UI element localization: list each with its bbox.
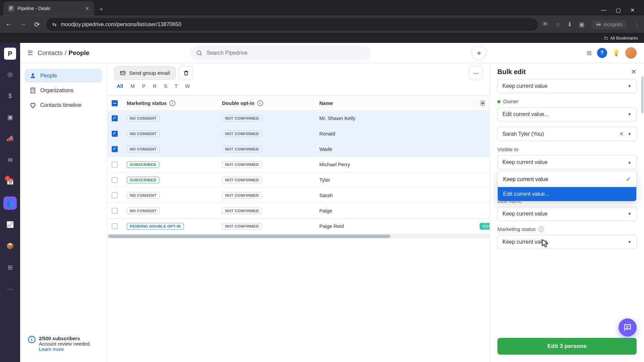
filter-w[interactable]: W	[185, 83, 190, 89]
rail-projects-icon[interactable]: ▣	[3, 111, 17, 124]
chat-fab[interactable]	[619, 318, 637, 337]
checkbox[interactable]	[112, 162, 118, 168]
rail-products-icon[interactable]: 📦	[3, 239, 17, 253]
col-marketing-status[interactable]: Marketing statusi	[122, 100, 217, 106]
learn-more-link[interactable]: Learn more	[39, 347, 64, 352]
rail-more-icon[interactable]: ⋯	[3, 282, 17, 296]
col-name[interactable]: Name	[315, 100, 475, 106]
rail-campaigns-icon[interactable]: 📣	[3, 132, 17, 145]
checkbox[interactable]	[112, 223, 118, 229]
owner-value-select[interactable]: Sarah Tyler (You) ✕▼	[497, 127, 637, 141]
checkbox[interactable]	[112, 208, 118, 214]
close-tab-icon[interactable]: ✕	[85, 5, 89, 12]
clear-icon[interactable]: ✕	[619, 131, 624, 137]
all-bookmarks-link[interactable]: All Bookmarks	[610, 36, 638, 41]
menu-icon[interactable]: ⋮	[634, 21, 640, 28]
last-name-select[interactable]: Keep current value▼	[497, 207, 637, 221]
send-group-email-button[interactable]: Send group email	[114, 66, 176, 80]
bookmark-star-icon[interactable]: ☆	[555, 21, 560, 28]
checkbox[interactable]	[112, 146, 118, 152]
table-row[interactable]: NO CONSENTNOT CONFIRMEDPaige	[107, 203, 490, 219]
info-icon[interactable]: i	[169, 100, 175, 106]
filter-t[interactable]: T	[175, 83, 178, 89]
dropdown-option-keep[interactable]: Keep current value✓	[498, 172, 636, 187]
row-checkbox-cell[interactable]	[107, 162, 122, 168]
rail-deals-icon[interactable]: $	[3, 89, 17, 103]
table-row[interactable]: NO CONSENTNOT CONFIRMEDRonald	[107, 126, 490, 141]
hamburger-icon[interactable]: ☰	[28, 49, 33, 57]
info-icon[interactable]: i	[538, 227, 544, 232]
col-double-optin[interactable]: Double opt-ini	[217, 100, 315, 106]
filter-p[interactable]: P	[142, 83, 146, 89]
row-checkbox-cell[interactable]	[107, 223, 122, 229]
close-panel-button[interactable]: ✕	[631, 68, 637, 76]
rail-marketplace-icon[interactable]: ⊞	[3, 261, 17, 274]
new-tab-button[interactable]: ＋	[98, 4, 105, 15]
delete-button[interactable]	[179, 66, 193, 80]
site-info-icon[interactable]: ⇆	[52, 21, 57, 27]
sidebar-item-people[interactable]: People	[25, 69, 102, 82]
row-checkbox-cell[interactable]	[107, 192, 122, 198]
marketing-status-select[interactable]: Keep current value▼	[497, 235, 637, 249]
close-window-icon[interactable]: ✕	[630, 7, 635, 13]
search-input[interactable]: Search Pipedrive	[190, 46, 371, 60]
rail-focus-icon[interactable]: ◎	[3, 68, 17, 81]
rail-insights-icon[interactable]: 📈	[3, 218, 17, 231]
back-button[interactable]: ←	[4, 20, 13, 28]
row-checkbox-cell[interactable]	[107, 208, 122, 214]
select-all-cell[interactable]	[107, 100, 122, 106]
checkbox[interactable]	[112, 192, 118, 198]
download-icon[interactable]: ⬇	[567, 21, 572, 28]
row-checkbox-cell[interactable]	[107, 115, 122, 121]
owner-mode-select[interactable]: Edit current value...▼	[497, 107, 637, 121]
table-row[interactable]: SUBSCRIBEDNOT CONFIRMEDTyler	[107, 172, 490, 188]
incognito-badge[interactable]: 🕶 Incognito	[591, 20, 627, 29]
filter-s[interactable]: S	[164, 83, 167, 89]
checkbox-indeterminate[interactable]	[112, 100, 118, 106]
horizontal-scrollbar[interactable]	[107, 234, 490, 239]
submit-button[interactable]: Edit 3 persons	[497, 338, 637, 355]
checkbox[interactable]	[112, 177, 118, 183]
row-checkbox-cell[interactable]	[107, 146, 122, 152]
checkbox[interactable]	[112, 115, 118, 121]
add-button[interactable]: ＋	[472, 46, 486, 60]
app-logo[interactable]: P	[4, 48, 16, 60]
reload-button[interactable]: ⟳	[32, 20, 42, 28]
browser-tab[interactable]: P Pipeline - Deals ✕	[3, 1, 94, 15]
apps-icon[interactable]: ⊞	[587, 49, 592, 57]
checkbox[interactable]	[112, 131, 118, 137]
crumb-root[interactable]: Contacts	[38, 49, 63, 57]
scroll-thumb[interactable]	[108, 235, 390, 238]
row-checkbox-cell[interactable]	[107, 177, 122, 183]
dropdown-option-edit[interactable]: Edit current value...	[498, 187, 636, 201]
table-row[interactable]: NO CONSENTNOT CONFIRMEDMr. Shawn Kelly	[107, 111, 490, 126]
side-panel-icon[interactable]: ▣	[579, 21, 585, 28]
info-icon[interactable]: i	[257, 100, 263, 106]
filter-m[interactable]: M	[130, 83, 135, 89]
sidebar-item-timeline[interactable]: Contacts timeline	[25, 99, 102, 112]
more-actions-button[interactable]: ⋯	[469, 66, 483, 80]
filter-all[interactable]: All	[117, 83, 123, 89]
gear-icon	[480, 100, 486, 106]
table-row[interactable]: PENDING DOUBLE OPT-INNOT CONFIRMEDPaige …	[107, 219, 490, 234]
tips-icon[interactable]: 💡	[612, 49, 620, 57]
heart-icon	[30, 102, 36, 109]
help-icon[interactable]: ?	[597, 48, 607, 58]
table-row[interactable]: NO CONSENTNOT CONFIRMEDSarah	[107, 188, 490, 203]
eye-off-icon[interactable]: 👁	[542, 21, 548, 28]
row-checkbox-cell[interactable]	[107, 131, 122, 137]
field-select[interactable]: Keep current value▼	[497, 79, 637, 93]
user-avatar[interactable]	[625, 47, 637, 59]
maximize-icon[interactable]: ▢	[616, 7, 621, 13]
table-row[interactable]: SUBSCRIBEDNOT CONFIRMEDMichael Perry	[107, 157, 490, 172]
rail-contacts-icon[interactable]: 👥	[3, 196, 17, 210]
address-bar[interactable]: ⇆ moodjoy.pipedrive.com/persons/list/use…	[46, 18, 538, 31]
visible-to-select[interactable]: Keep current value▲	[497, 155, 637, 169]
table-row[interactable]: NO CONSENTNOT CONFIRMEDWade	[107, 141, 490, 157]
filter-r[interactable]: R	[153, 83, 157, 89]
sidebar-item-organizations[interactable]: Organizations	[25, 84, 102, 97]
rail-mail-icon[interactable]: ✉	[3, 154, 17, 167]
rail-activities-icon[interactable]: 3📅	[3, 175, 17, 188]
minimize-icon[interactable]: —	[601, 7, 606, 13]
table-settings-button[interactable]	[475, 100, 490, 106]
